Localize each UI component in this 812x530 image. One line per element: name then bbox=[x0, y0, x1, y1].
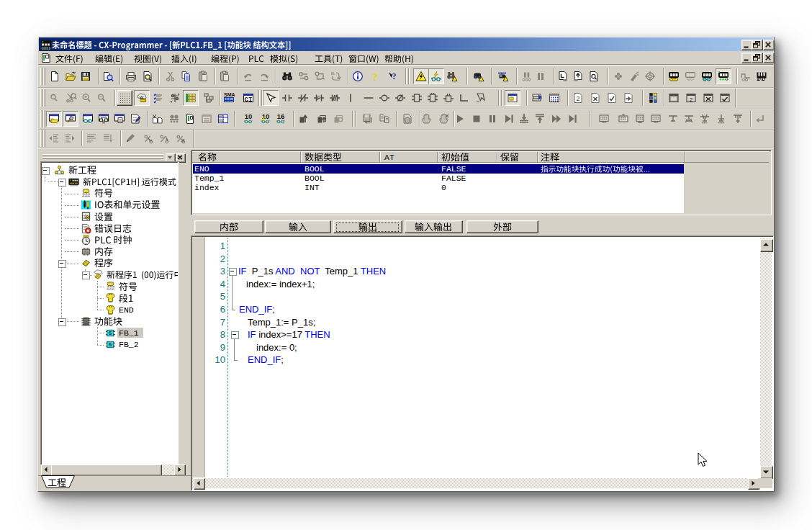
svg-text:001: 001 bbox=[218, 114, 224, 118]
svg-text:W: W bbox=[140, 95, 144, 99]
svg-text:2: 2 bbox=[690, 96, 693, 103]
svg-text:B: B bbox=[337, 77, 340, 81]
svg-text:?: ? bbox=[372, 71, 378, 83]
svg-text:SMA: SMA bbox=[224, 92, 235, 97]
svg-text:P: P bbox=[317, 95, 321, 102]
svg-text:?: ? bbox=[392, 71, 397, 81]
svg-text:16: 16 bbox=[277, 113, 285, 120]
svg-text:CI: CI bbox=[245, 96, 253, 104]
svg-text:002: 002 bbox=[218, 119, 224, 122]
svg-text:5: 5 bbox=[109, 331, 112, 336]
svg-text:5: 5 bbox=[109, 342, 112, 348]
svg-text:2: 2 bbox=[576, 95, 579, 102]
svg-text:10: 10 bbox=[245, 113, 253, 120]
